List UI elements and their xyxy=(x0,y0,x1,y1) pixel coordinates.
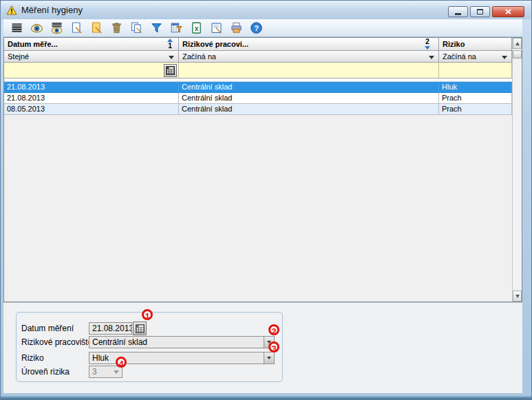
header-row: Datum měře... 1 Rizikové pracovi... 2 Ri… xyxy=(4,38,512,51)
maximize-button[interactable] xyxy=(470,6,490,17)
annotation-1: 1 xyxy=(142,309,153,320)
view-list-icon[interactable] xyxy=(49,21,64,36)
filter-condition-row: Stejné Začíná na Začíná na xyxy=(4,51,512,63)
sort-indicator-asc-icon: 1 xyxy=(167,39,173,50)
scroll-up-button[interactable] xyxy=(513,38,522,49)
minimize-icon xyxy=(455,13,461,15)
vertical-scrollbar[interactable] xyxy=(512,38,522,302)
cell-datum[interactable]: 21.08.2013 xyxy=(4,82,179,93)
date-picker-button[interactable] xyxy=(133,322,147,335)
svg-text:x: x xyxy=(194,25,198,32)
table-row[interactable]: 21.08.2013 Centrální sklad Prach xyxy=(4,93,512,104)
scroll-down-button[interactable] xyxy=(513,291,522,302)
delete-record-icon[interactable] xyxy=(109,21,124,36)
calendar-picker-button[interactable] xyxy=(164,64,177,77)
field-label-riziko: Riziko xyxy=(21,353,44,363)
export-excel-icon[interactable]: x xyxy=(189,21,204,36)
field-label-datum-mereni: Datum měření xyxy=(21,324,74,333)
spinner-value: 3 xyxy=(92,367,97,377)
client-area: x ? Datum měře... 1 Rizikové pracovi... … xyxy=(3,19,522,393)
uroven-rizika-field[interactable]: 3 xyxy=(89,366,123,378)
close-icon xyxy=(505,9,511,14)
copy-record-icon[interactable] xyxy=(129,21,144,36)
cell-pracoviste[interactable]: Centrální sklad xyxy=(179,82,439,93)
arrow-down-icon xyxy=(515,295,520,298)
list-icon[interactable] xyxy=(9,21,24,36)
app-window: Měření hygieny x ? xyxy=(0,0,532,400)
chevron-down-icon xyxy=(114,370,119,374)
sort-indicator-desc-icon: 2 xyxy=(425,39,430,50)
cell-pracoviste[interactable]: Centrální sklad xyxy=(179,93,439,104)
annotation-4: 4 xyxy=(116,357,127,368)
print-icon[interactable] xyxy=(228,21,244,36)
detail-panel: Datum měření Rizikové pracoviště Riziko … xyxy=(3,302,522,393)
window-title: Měření hygieny xyxy=(21,5,83,15)
maximize-icon xyxy=(477,9,483,14)
data-grid: Datum měře... 1 Rizikové pracovi... 2 Ri… xyxy=(3,37,522,302)
edit-form-icon[interactable] xyxy=(209,21,224,36)
column-header-rizikove-pracoviste[interactable]: Rizikové pracovi... 2 xyxy=(179,38,439,51)
chevron-down-icon xyxy=(502,56,507,59)
cell-datum[interactable]: 21.08.2013 xyxy=(4,93,179,104)
filter-settings-icon[interactable] xyxy=(169,21,184,36)
minimize-button[interactable] xyxy=(448,6,468,17)
warning-icon xyxy=(6,5,17,16)
combobox-value: Hluk xyxy=(92,353,109,363)
annotation-2: 2 xyxy=(268,324,279,335)
chevron-down-icon xyxy=(267,357,271,359)
column-header-label: Datum měře... xyxy=(8,40,58,48)
close-button[interactable] xyxy=(492,6,524,17)
filter-dropdown-riziko[interactable]: Začíná na xyxy=(439,51,512,63)
filter-label: Začíná na xyxy=(182,52,216,61)
column-header-datum-mereni[interactable]: Datum měře... 1 xyxy=(4,38,179,51)
filter-input-pracoviste[interactable] xyxy=(179,63,439,78)
help-icon[interactable]: ? xyxy=(248,21,264,36)
filter-dropdown-datum[interactable]: Stejné xyxy=(4,51,179,63)
table-row[interactable]: 08.05.2013 Centrální sklad Prach xyxy=(4,104,512,115)
cell-riziko[interactable]: Prach xyxy=(439,93,512,104)
column-header-riziko[interactable]: Riziko xyxy=(439,38,512,51)
combobox-value: Centrální sklad xyxy=(92,337,147,347)
arrow-up-icon xyxy=(515,42,520,45)
cell-pracoviste[interactable]: Centrální sklad xyxy=(179,104,439,115)
chevron-down-icon xyxy=(429,56,434,59)
calendar-grid-icon xyxy=(136,324,145,333)
column-header-label: Riziko xyxy=(443,40,465,48)
cell-riziko[interactable]: Prach xyxy=(439,104,512,115)
toolbar: x ? xyxy=(3,19,522,37)
calendar-grid-icon xyxy=(166,66,175,75)
table-row[interactable]: 21.08.2013 Centrální sklad Hluk xyxy=(4,82,512,93)
cell-datum[interactable]: 08.05.2013 xyxy=(4,104,179,115)
filter-input-datum[interactable] xyxy=(4,63,179,78)
pracoviste-combobox[interactable]: Centrální sklad xyxy=(89,336,275,348)
column-header-label: Rizikové pracovi... xyxy=(182,40,248,48)
chevron-down-icon xyxy=(169,56,174,59)
filter-label: Stejné xyxy=(8,52,29,61)
filter-label: Začíná na xyxy=(443,52,476,61)
field-label-uroven-rizika: Úroveň rizika xyxy=(21,367,70,377)
annotation-3: 3 xyxy=(268,341,279,352)
filter-dropdown-pracoviste[interactable]: Začíná na xyxy=(179,51,439,63)
dropdown-button[interactable] xyxy=(264,352,274,364)
titlebar[interactable]: Měření hygieny xyxy=(1,1,531,19)
cell-riziko[interactable]: Hluk xyxy=(439,82,512,93)
filter-icon[interactable] xyxy=(149,21,164,36)
filter-input-riziko[interactable] xyxy=(439,63,512,78)
field-label-rizikove-pracoviste: Rizikové pracoviště xyxy=(21,337,92,347)
scrollbar-thumb[interactable] xyxy=(513,50,522,59)
date-field[interactable]: 21.08.2013 xyxy=(89,322,132,335)
add-record-icon[interactable] xyxy=(69,21,84,36)
svg-text:?: ? xyxy=(254,24,259,32)
edit-record-icon[interactable] xyxy=(89,21,104,36)
window-controls xyxy=(448,6,524,17)
filter-input-row xyxy=(4,63,512,78)
view-record-icon[interactable] xyxy=(29,21,44,36)
